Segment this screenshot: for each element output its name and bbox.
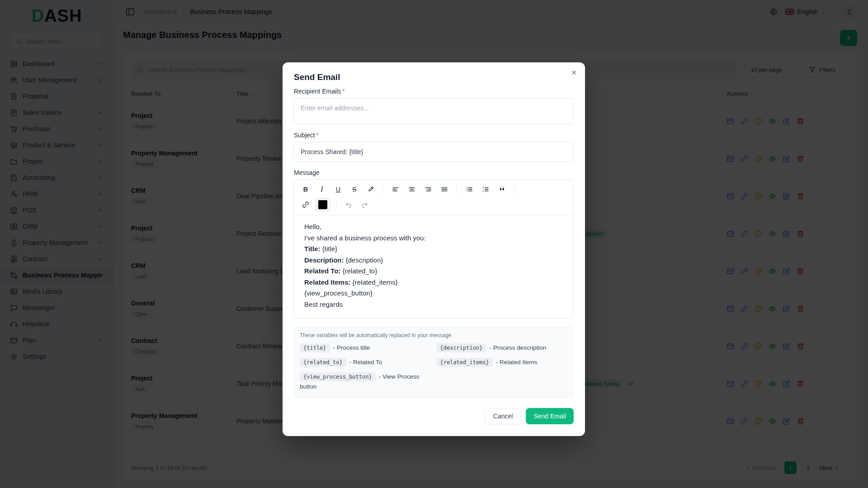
variable-description: - Related To [349, 359, 382, 366]
blockquote-button[interactable] [495, 183, 509, 196]
toolbar-separator [383, 184, 383, 194]
message-line: I've shared a business process with you: [304, 233, 563, 244]
required-asterisk: * [316, 131, 319, 139]
variable-description: - Process description [489, 344, 546, 351]
align-left-icon [392, 186, 399, 193]
editor-toolbar-row-2 [294, 197, 573, 215]
color-swatch [318, 200, 327, 209]
variable-item: {view_process_button}- View Process butt… [300, 372, 431, 392]
variable-item: {description}- Process description [437, 343, 568, 353]
send-email-modal: ✕ Send Email Recipient Emails* Enter ema… [283, 62, 585, 436]
variable-item: {title}- Process title [300, 343, 431, 353]
variable-item: {related_items}- Related Items [437, 357, 568, 367]
message-line: Related To: {related_to} [304, 266, 563, 277]
variables-caption: These variables will be automatically re… [300, 332, 568, 338]
message-line: Related Items: {related_items} [304, 277, 563, 288]
variable-description: - Process title [333, 344, 370, 351]
bullet-list-icon [466, 186, 473, 193]
cancel-button[interactable]: Cancel [484, 408, 522, 424]
ordered-list-button[interactable]: 12 [479, 183, 492, 196]
align-justify-button[interactable] [438, 183, 451, 196]
highlighter-icon [367, 186, 374, 193]
redo-button[interactable] [358, 198, 372, 211]
message-line: Best regards [304, 299, 563, 310]
blockquote-icon [498, 186, 505, 193]
undo-icon [345, 201, 352, 208]
required-asterisk: * [342, 88, 344, 95]
toolbar-separator [514, 184, 514, 194]
subject-label: Subject* [294, 131, 574, 139]
bold-button[interactable]: B [299, 183, 312, 196]
align-justify-icon [441, 186, 448, 193]
message-body-input[interactable]: Hello,I've shared a business process wit… [294, 215, 573, 318]
align-right-button[interactable] [421, 183, 435, 196]
variable-item: {related_to}- Related To [300, 357, 431, 367]
variable-pill: {title} [300, 343, 330, 352]
subject-value: Process Shared: {title} [301, 148, 363, 155]
modal-title: Send Email [294, 72, 574, 82]
highlight-button[interactable] [364, 183, 377, 196]
link-icon [302, 201, 309, 208]
message-line: {view_process_button} [304, 288, 563, 299]
message-line: Description: {description} [304, 255, 563, 266]
close-icon[interactable]: ✕ [571, 69, 577, 77]
message-label: Message [294, 169, 574, 176]
message-editor: B I U S 12 Hello,I've shared a business … [294, 179, 574, 319]
underline-button[interactable]: U [331, 183, 345, 196]
align-center-button[interactable] [405, 183, 419, 196]
subject-input[interactable]: Process Shared: {title} [294, 142, 574, 162]
recipient-label: Recipient Emails* [294, 88, 574, 95]
svg-text:1: 1 [482, 186, 484, 189]
modal-footer: Cancel Send Email [294, 408, 574, 424]
strikethrough-button[interactable]: S [348, 183, 361, 196]
align-right-icon [425, 186, 432, 193]
variable-description: - Related Items [496, 359, 538, 366]
bullet-list-button[interactable] [462, 183, 476, 196]
text-color-button[interactable] [315, 198, 330, 211]
variable-pill: {related_to} [300, 358, 346, 367]
toolbar-separator [336, 200, 336, 210]
ordered-list-icon: 12 [482, 186, 489, 193]
send-email-button[interactable]: Send Email [526, 408, 574, 424]
variable-pill: {view_process_button} [300, 372, 376, 381]
redo-icon [361, 201, 368, 208]
message-line: Title: {title} [304, 244, 563, 255]
link-button[interactable] [299, 198, 312, 211]
variable-pill: {related_items} [437, 358, 493, 367]
variables-panel: These variables will be automatically re… [294, 327, 574, 398]
undo-button[interactable] [342, 198, 355, 211]
italic-button[interactable]: I [315, 183, 329, 196]
variable-pill: {description} [437, 343, 486, 352]
align-center-icon [408, 186, 415, 193]
recipient-placeholder: Enter email addresses... [301, 104, 369, 112]
editor-toolbar-row-1: B I U S 12 [294, 180, 573, 197]
align-left-button[interactable] [389, 183, 402, 196]
recipient-emails-input[interactable]: Enter email addresses... [294, 98, 574, 124]
toolbar-separator [457, 184, 457, 194]
message-line: Hello, [304, 221, 563, 233]
variables-grid: {title}- Process title{description}- Pro… [300, 343, 568, 392]
svg-text:2: 2 [482, 190, 484, 192]
